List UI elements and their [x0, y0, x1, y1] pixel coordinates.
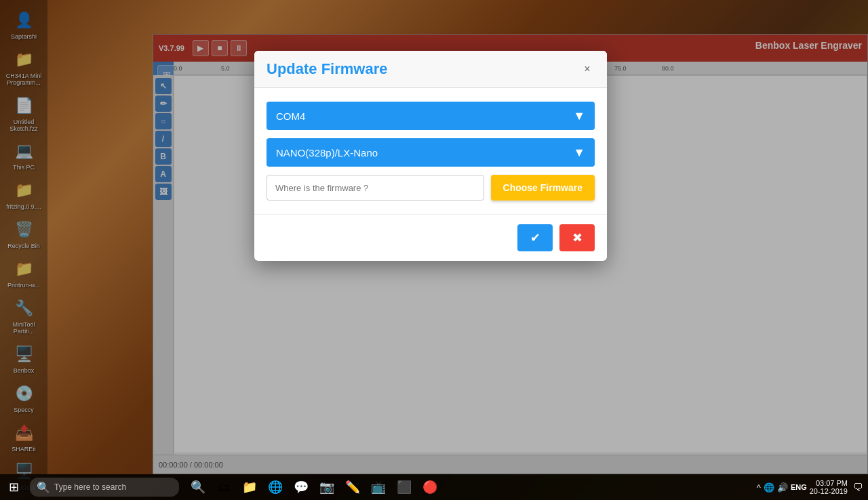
clock-time: 03:07 PM — [816, 479, 848, 487]
language-label: ENG — [791, 483, 807, 491]
volume-icon: 🔊 — [777, 482, 788, 493]
taskbar-app-terminal[interactable]: ⬛ — [392, 475, 416, 499]
firmware-path-input[interactable] — [267, 175, 484, 201]
system-tray-icons: ^ 🌐 🔊 ENG — [757, 482, 807, 493]
taskbar-clock[interactable]: 03:07 PM 20-12-2019 — [810, 479, 848, 495]
search-bar[interactable]: 🔍 — [30, 478, 179, 497]
taskbar-app-whatsapp[interactable]: 💬 — [289, 475, 313, 499]
taskbar-app-search[interactable]: 🔍 — [186, 475, 210, 499]
choose-firmware-button[interactable]: Choose Firmware — [491, 175, 595, 201]
modal-footer: ✔ ✖ — [254, 214, 607, 261]
cancel-icon: ✖ — [572, 230, 583, 245]
start-icon: ⊞ — [9, 480, 19, 495]
taskbar-app-pen[interactable]: ✏️ — [340, 475, 365, 499]
start-button[interactable]: ⊞ — [0, 474, 27, 500]
confirm-icon: ✔ — [530, 230, 540, 245]
taskbar-app-chrome[interactable]: 🌐 — [263, 475, 288, 499]
taskbar-app-task-view[interactable]: 🗂 — [212, 475, 236, 499]
confirm-button[interactable]: ✔ — [517, 224, 553, 251]
taskbar: ⊞ 🔍 🔍🗂📁🌐💬📷✏️📺⬛🔴 ^ 🌐 🔊 ENG 03:07 PM 20-12… — [0, 474, 868, 500]
board-arrow-icon: ▼ — [573, 146, 585, 160]
notification-icon[interactable]: 🗨 — [853, 482, 863, 493]
com-port-arrow-icon: ▼ — [573, 109, 585, 123]
firmware-row: Choose Firmware — [267, 175, 595, 201]
clock-date: 20-12-2019 — [810, 487, 848, 495]
modal-overlay: Update Firmware × COM4 ▼ NANO(328p)/LX-N… — [0, 0, 868, 500]
taskbar-app-camera[interactable]: 📷 — [315, 475, 339, 499]
com-port-dropdown[interactable]: COM4 ▼ — [267, 102, 595, 130]
com-port-value: COM4 — [276, 110, 305, 122]
taskbar-right: ^ 🌐 🔊 ENG 03:07 PM 20-12-2019 🗨 — [757, 479, 868, 495]
board-value: NANO(328p)/LX-Nano — [276, 147, 378, 159]
modal-header: Update Firmware × — [254, 51, 607, 88]
taskbar-search-input[interactable] — [54, 482, 172, 492]
modal-body: COM4 ▼ NANO(328p)/LX-Nano ▼ Choose Firmw… — [254, 88, 607, 214]
network-icon: 🌐 — [764, 482, 774, 493]
tray-up-icon[interactable]: ^ — [757, 482, 761, 493]
taskbar-apps: 🔍🗂📁🌐💬📷✏️📺⬛🔴 — [186, 475, 442, 499]
board-dropdown[interactable]: NANO(328p)/LX-Nano ▼ — [267, 138, 595, 167]
modal-close-button[interactable]: × — [580, 62, 595, 77]
modal-title: Update Firmware — [267, 60, 388, 78]
taskbar-app-record[interactable]: 🔴 — [418, 475, 442, 499]
search-icon: 🔍 — [37, 481, 50, 494]
update-firmware-modal: Update Firmware × COM4 ▼ NANO(328p)/LX-N… — [254, 51, 607, 261]
taskbar-app-media[interactable]: 📺 — [366, 475, 391, 499]
taskbar-app-explorer[interactable]: 📁 — [237, 475, 262, 499]
cancel-button[interactable]: ✖ — [559, 224, 595, 251]
